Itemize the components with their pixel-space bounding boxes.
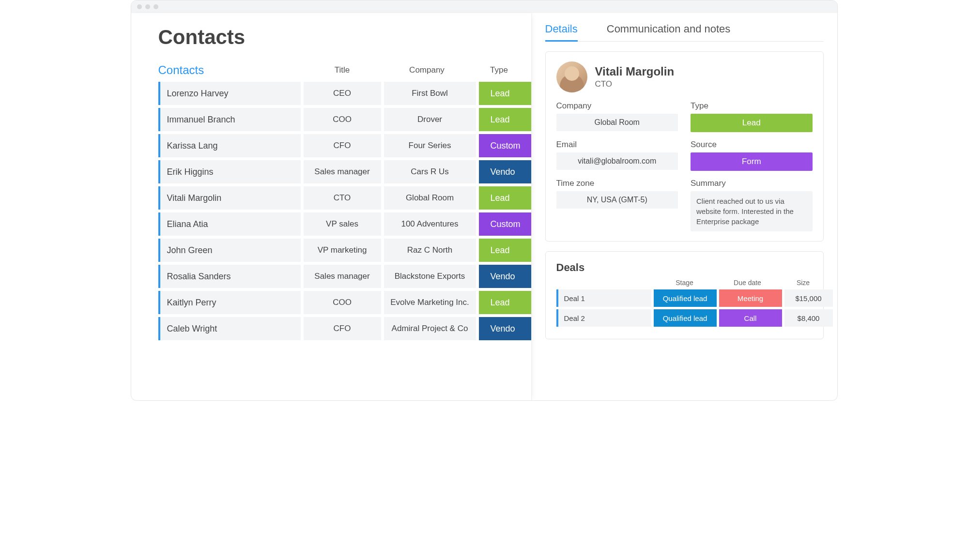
cell-type[interactable]: Lead <box>479 82 531 105</box>
traffic-light-min[interactable] <box>145 4 150 9</box>
cell-title: VP marketing <box>304 239 381 262</box>
deals-card: Deals Stage Due date Size Deal 1Qualifie… <box>545 251 824 339</box>
traffic-light-max[interactable] <box>154 4 158 9</box>
label-source: Source <box>691 140 813 150</box>
deal-due[interactable]: Meeting <box>719 289 782 307</box>
label-email: Email <box>556 140 678 150</box>
cell-name[interactable]: Kaitlyn Perry <box>158 291 301 314</box>
page-title: Contacts <box>158 26 531 49</box>
profile-role: CTO <box>595 79 675 89</box>
cell-name[interactable]: Vitali Margolin <box>158 186 301 210</box>
deals-title: Deals <box>556 261 813 274</box>
cell-title: COO <box>304 108 381 131</box>
label-summary: Summary <box>691 179 813 188</box>
value-type[interactable]: Lead <box>691 114 813 132</box>
cell-type[interactable]: Custom <box>479 134 531 157</box>
cell-title: VP sales <box>304 212 381 236</box>
deal-size: $8,400 <box>784 309 833 327</box>
deal-name[interactable]: Deal 2 <box>556 309 651 327</box>
cell-company: Drover <box>384 108 476 131</box>
contacts-panel: Contacts Contacts Title Company Type Lor… <box>131 13 532 400</box>
deal-row[interactable]: Deal 1Qualified leadMeeting$15,000 <box>556 289 813 307</box>
cell-name[interactable]: Caleb Wright <box>158 317 301 340</box>
cell-name[interactable]: John Green <box>158 239 301 262</box>
table-row[interactable]: Kaitlyn PerryCOOEvolve Marketing Inc.Lea… <box>158 291 531 314</box>
cell-company: Raz C North <box>384 239 476 262</box>
cell-type[interactable]: Lead <box>479 108 531 131</box>
avatar[interactable] <box>556 61 587 92</box>
value-source[interactable]: Form <box>691 152 813 171</box>
cell-name[interactable]: Karissa Lang <box>158 134 301 157</box>
cell-company: Cars R Us <box>384 160 476 183</box>
value-company[interactable]: Global Room <box>556 114 678 131</box>
cell-name[interactable]: Immanuel Branch <box>158 108 301 131</box>
cell-title: CFO <box>304 317 381 340</box>
cell-title: CFO <box>304 134 381 157</box>
cell-type[interactable]: Vendo <box>479 160 531 183</box>
cell-title: COO <box>304 291 381 314</box>
table-row[interactable]: Caleb WrightCFOAdmiral Project & CoVendo <box>158 317 531 340</box>
deal-name[interactable]: Deal 1 <box>556 289 651 307</box>
table-row[interactable]: Lorenzo HarveyCEOFirst BowlLead <box>158 82 531 105</box>
cell-company: Blackstone Exports <box>384 265 476 288</box>
deal-stage[interactable]: Qualified lead <box>654 289 717 307</box>
cell-type[interactable]: Lead <box>479 291 531 314</box>
table-row[interactable]: John GreenVP marketingRaz C NorthLead <box>158 239 531 262</box>
table-row[interactable]: Vitali MargolinCTOGlobal RoomLead <box>158 186 531 210</box>
cell-company: Four Series <box>384 134 476 157</box>
deals-body: Deal 1Qualified leadMeeting$15,000Deal 2… <box>556 289 813 327</box>
cell-name[interactable]: Rosalia Sanders <box>158 265 301 288</box>
col-header-title[interactable]: Title <box>304 65 381 75</box>
profile-card: Vitali Margolin CTO Company Global Room … <box>545 51 824 242</box>
detail-tabs: Details Communication and notes <box>545 23 824 42</box>
label-tz: Time zone <box>556 179 678 188</box>
cell-company: First Bowl <box>384 82 476 105</box>
tab-communication[interactable]: Communication and notes <box>607 23 731 41</box>
table-row[interactable]: Eliana AtiaVP sales100 AdventuresCustom <box>158 212 531 236</box>
cell-type[interactable]: Lead <box>479 239 531 262</box>
col-header-company[interactable]: Company <box>381 65 473 75</box>
traffic-light-close[interactable] <box>137 4 142 9</box>
cell-company: Evolve Marketing Inc. <box>384 291 476 314</box>
deals-col-stage[interactable]: Stage <box>653 279 716 287</box>
cell-name[interactable]: Lorenzo Harvey <box>158 82 301 105</box>
deals-col-size[interactable]: Size <box>779 279 828 287</box>
deal-size: $15,000 <box>784 289 833 307</box>
cell-company: Admiral Project & Co <box>384 317 476 340</box>
value-tz[interactable]: NY, USA (GMT-5) <box>556 191 678 209</box>
cell-company: Global Room <box>384 186 476 210</box>
cell-title: Sales manager <box>304 265 381 288</box>
label-type: Type <box>691 101 813 111</box>
profile-name: Vitali Margolin <box>595 65 675 78</box>
contacts-table-header: Contacts Title Company Type <box>158 63 531 77</box>
app-window: Contacts Contacts Title Company Type Lor… <box>131 0 838 401</box>
deals-col-due[interactable]: Due date <box>716 279 779 287</box>
deal-due[interactable]: Call <box>719 309 782 327</box>
cell-company: 100 Adventures <box>384 212 476 236</box>
cell-type[interactable]: Vendo <box>479 265 531 288</box>
cell-title: CEO <box>304 82 381 105</box>
cell-name[interactable]: Erik Higgins <box>158 160 301 183</box>
section-label: Contacts <box>158 63 204 76</box>
table-row[interactable]: Immanuel BranchCOODroverLead <box>158 108 531 131</box>
table-row[interactable]: Erik HigginsSales managerCars R UsVendo <box>158 160 531 183</box>
cell-title: Sales manager <box>304 160 381 183</box>
value-email[interactable]: vitali@globalroom.com <box>556 152 678 170</box>
cell-name[interactable]: Eliana Atia <box>158 212 301 236</box>
col-header-type[interactable]: Type <box>473 65 525 75</box>
tab-details[interactable]: Details <box>545 23 578 42</box>
deals-header: Stage Due date Size <box>556 279 813 287</box>
value-summary[interactable]: Client reached out to us via website for… <box>691 191 813 231</box>
deal-stage[interactable]: Qualified lead <box>654 309 717 327</box>
cell-type[interactable]: Custom <box>479 212 531 236</box>
cell-type[interactable]: Vendo <box>479 317 531 340</box>
table-row[interactable]: Karissa LangCFOFour SeriesCustom <box>158 134 531 157</box>
table-row[interactable]: Rosalia SandersSales managerBlackstone E… <box>158 265 531 288</box>
window-titlebar <box>131 0 837 13</box>
label-company: Company <box>556 101 678 111</box>
detail-panel: Details Communication and notes Vitali M… <box>532 13 837 400</box>
cell-title: CTO <box>304 186 381 210</box>
deal-row[interactable]: Deal 2Qualified leadCall$8,400 <box>556 309 813 327</box>
contacts-table-body: Lorenzo HarveyCEOFirst BowlLeadImmanuel … <box>158 82 531 340</box>
cell-type[interactable]: Lead <box>479 186 531 210</box>
